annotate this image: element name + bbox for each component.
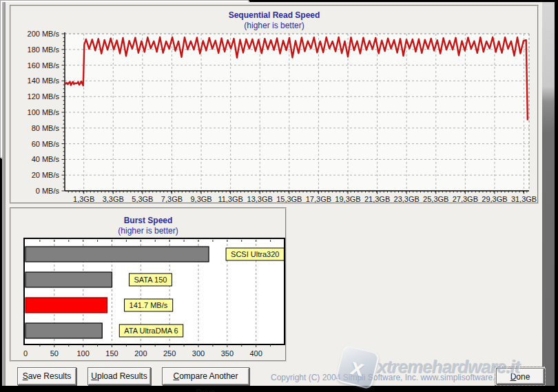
svg-text:9,3GB: 9,3GB [190, 195, 211, 203]
burst-bar-3 [25, 323, 102, 338]
svg-text:350: 350 [221, 349, 234, 358]
svg-text:27,3GB: 27,3GB [453, 195, 478, 203]
svg-text:0 MB/s: 0 MB/s [36, 187, 60, 195]
svg-text:160 MB/s: 160 MB/s [28, 61, 60, 70]
burst-speed-panel: Burst Speed (higher is better) 050100150… [10, 207, 287, 362]
svg-text:0: 0 [23, 349, 28, 358]
svg-text:23,3GB: 23,3GB [394, 195, 420, 203]
svg-text:11,3GB: 11,3GB [218, 195, 243, 203]
bar-label-text: 141.7 MB/s [130, 301, 168, 309]
svg-text:80 MB/s: 80 MB/s [32, 124, 60, 132]
compare-another-drive-button[interactable]: Compare Another Drive [162, 367, 249, 385]
burst-bar-0 [25, 247, 209, 262]
svg-text:7,3GB: 7,3GB [161, 195, 183, 203]
bar-label-text: SCSI Ultra320 [231, 250, 279, 258]
svg-text:200: 200 [134, 349, 147, 358]
seq-x-labels: 1,3GB3,3GB5,3GB7,3GB9,3GB11,3GB13,3GB15,… [73, 195, 537, 203]
svg-text:100 MB/s: 100 MB/s [28, 108, 60, 116]
svg-text:5,3GB: 5,3GB [132, 195, 153, 203]
upload-results-button[interactable]: Upload Results [87, 367, 151, 385]
burst-bar-2 [25, 298, 107, 313]
svg-text:31,3GB: 31,3GB [511, 195, 537, 203]
sequential-read-panel: Sequential Read Speed (higher is better)… [10, 5, 539, 204]
window-frame-right [542, 2, 555, 386]
svg-text:400: 400 [249, 349, 262, 358]
done-button[interactable]: Done [496, 368, 544, 384]
svg-text:200 MB/s: 200 MB/s [28, 30, 60, 38]
svg-text:300: 300 [192, 349, 205, 358]
svg-text:19,3GB: 19,3GB [335, 195, 360, 203]
svg-text:100: 100 [76, 349, 89, 358]
svg-text:140 MB/s: 140 MB/s [28, 76, 60, 85]
svg-text:120 MB/s: 120 MB/s [28, 92, 60, 101]
svg-text:150: 150 [105, 349, 118, 358]
svg-text:21,3GB: 21,3GB [364, 195, 390, 203]
burst-chart-svg: 050100150200250300350400SCSI Ultra320SAT… [11, 209, 285, 360]
svg-text:29,3GB: 29,3GB [482, 195, 507, 203]
svg-text:3,3GB: 3,3GB [103, 195, 124, 203]
svg-text:250: 250 [163, 349, 176, 358]
svg-text:13,3GB: 13,3GB [247, 195, 273, 203]
copyright-text: Copyright (C) 2004 Simpli Software, Inc.… [271, 373, 510, 382]
svg-text:60 MB/s: 60 MB/s [32, 140, 60, 148]
svg-text:40 MB/s: 40 MB/s [32, 155, 60, 163]
done-button-focus-ring: Done [495, 367, 546, 386]
svg-text:1,3GB: 1,3GB [73, 195, 94, 203]
svg-text:15,3GB: 15,3GB [276, 195, 302, 203]
bar-label-text: SATA 150 [134, 276, 167, 284]
seq-y-labels: 200 MB/s180 MB/s160 MB/s140 MB/s120 MB/s… [28, 30, 60, 195]
svg-text:20 MB/s: 20 MB/s [32, 171, 60, 179]
bar-label-text: ATA UltraDMA 6 [124, 327, 178, 335]
svg-text:17,3GB: 17,3GB [306, 195, 331, 203]
burst-bar-1 [25, 272, 112, 287]
svg-text:25,3GB: 25,3GB [423, 195, 448, 203]
burst-x-labels: 050100150200250300350400 [23, 349, 262, 358]
svg-text:50: 50 [50, 349, 59, 358]
save-results-button[interactable]: Save Results [17, 367, 76, 385]
sequential-chart-svg: 200 MB/s180 MB/s160 MB/s140 MB/s120 MB/s… [11, 6, 537, 203]
svg-text:180 MB/s: 180 MB/s [28, 45, 60, 54]
